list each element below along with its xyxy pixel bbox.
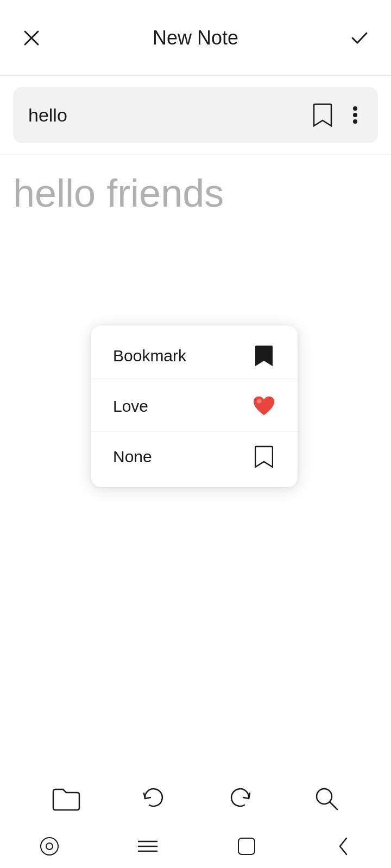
search-button[interactable]: [309, 781, 344, 816]
bookmark-outline-icon: [252, 445, 276, 469]
recents-button[interactable]: [232, 832, 261, 861]
system-nav: [0, 825, 391, 868]
popup-menu: Bookmark Love None: [91, 326, 298, 487]
menu-button[interactable]: [133, 834, 162, 858]
undo-button[interactable]: [136, 781, 171, 816]
back-button[interactable]: [330, 832, 356, 861]
note-content: hello friends: [0, 155, 391, 215]
popup-item-bookmark[interactable]: Bookmark: [91, 331, 298, 381]
note-card-actions: [308, 99, 363, 131]
popup-item-bookmark-label: Bookmark: [113, 347, 186, 365]
bottom-toolbar: [0, 773, 391, 825]
undo-icon: [141, 786, 167, 812]
popup-item-none[interactable]: None: [91, 432, 298, 482]
note-card-title: hello: [28, 105, 67, 126]
note-card[interactable]: hello: [13, 87, 378, 143]
bookmark-filled-icon: [252, 344, 276, 368]
save-button[interactable]: [345, 24, 374, 52]
page-title: New Note: [153, 27, 238, 49]
popup-item-none-label: None: [113, 448, 152, 466]
search-icon: [313, 786, 339, 812]
redo-button[interactable]: [223, 781, 257, 816]
svg-point-8: [41, 838, 58, 855]
square-icon: [236, 836, 257, 857]
home-icon: [39, 836, 60, 857]
popup-item-love-label: Love: [113, 397, 148, 416]
bookmark-button[interactable]: [308, 99, 337, 131]
home-button[interactable]: [35, 832, 64, 861]
note-card-row: hello: [0, 76, 391, 155]
svg-point-4: [353, 119, 357, 124]
close-icon: [22, 28, 41, 48]
svg-point-3: [353, 113, 357, 117]
folder-icon: [52, 786, 80, 811]
more-dots-icon: [352, 103, 358, 127]
close-button[interactable]: [17, 24, 46, 52]
check-icon: [350, 28, 369, 48]
header: New Note: [0, 0, 391, 76]
svg-point-9: [46, 843, 53, 850]
redo-icon: [227, 786, 253, 812]
popup-item-love[interactable]: Love: [91, 381, 298, 432]
note-text: hello friends: [13, 171, 224, 215]
svg-line-7: [330, 802, 337, 809]
svg-point-2: [353, 106, 357, 111]
more-options-button[interactable]: [348, 99, 363, 131]
folder-button[interactable]: [48, 782, 85, 815]
heart-icon: [252, 394, 276, 418]
menu-icon: [137, 839, 158, 854]
bookmark-icon: [313, 103, 332, 127]
svg-rect-13: [238, 838, 255, 854]
back-icon: [335, 836, 352, 857]
